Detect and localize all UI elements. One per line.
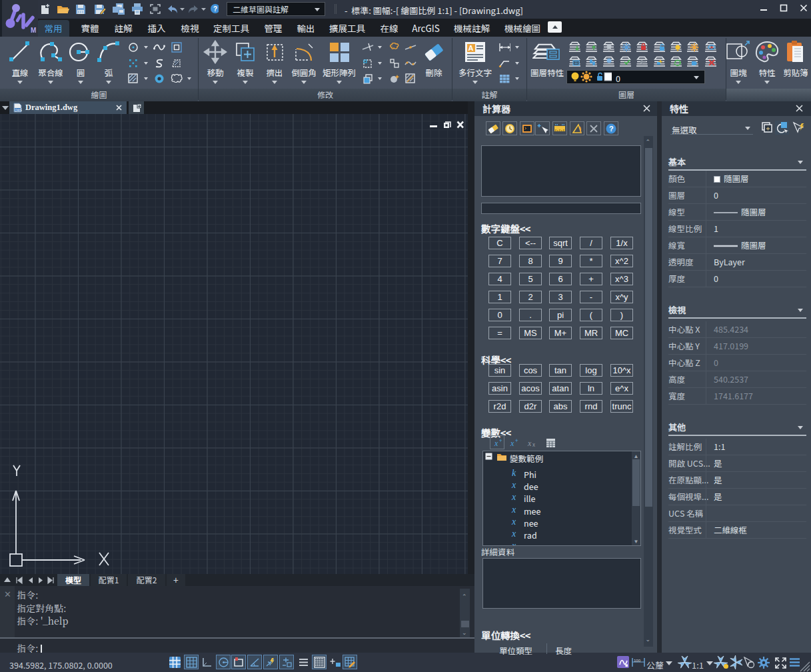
svg-text:x: x	[532, 441, 535, 448]
svg-text:?: ?	[609, 125, 614, 133]
svg-text:A: A	[468, 44, 474, 52]
svg-text:x: x	[527, 439, 532, 448]
svg-text:x: x	[510, 439, 514, 448]
svg-text:+: +	[515, 437, 518, 444]
svg-text:?: ?	[213, 5, 217, 13]
svg-text:100: 100	[634, 659, 641, 663]
svg-text:DWG: DWG	[15, 109, 22, 112]
svg-text:M: M	[31, 27, 36, 34]
